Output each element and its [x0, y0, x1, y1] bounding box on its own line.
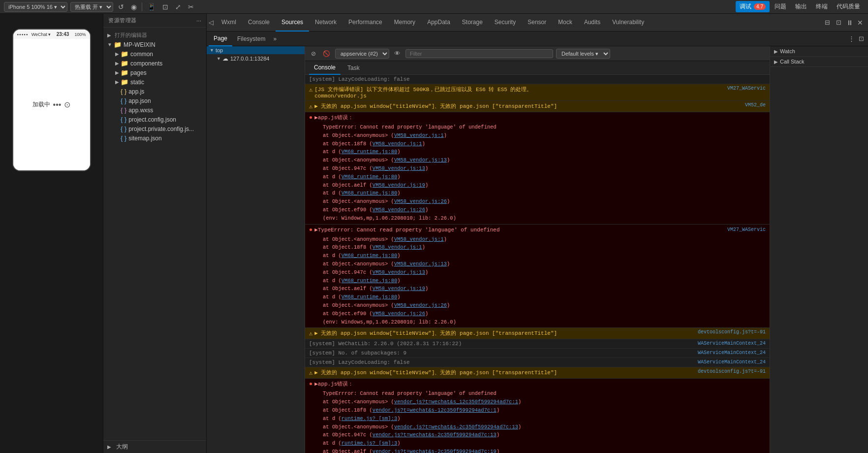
- tree-mpweixin[interactable]: ▼ 📁 MP-WEIXIN: [103, 40, 206, 49]
- log-entry-warning2: ⚠ ▶ 无效的 app.json window["titleNView"]、无效…: [305, 101, 770, 112]
- tree-appwxss[interactable]: ▶ { } app.wxss: [103, 105, 206, 115]
- log-source[interactable]: WAServiceMainContext_24: [694, 341, 766, 346]
- stack-link[interactable]: VM58_vendor.js:19: [372, 286, 425, 291]
- device-selector[interactable]: iPhone 5 100% 16 ▾: [4, 2, 67, 12]
- level-select[interactable]: Default levels ▾: [556, 49, 610, 59]
- tab-sources[interactable]: Sources: [276, 14, 309, 32]
- split-icon[interactable]: ⊡: [160, 2, 170, 12]
- stack-link[interactable]: VM68_runtime.js:80: [341, 190, 397, 196]
- log-source[interactable]: VM52_de: [741, 102, 766, 108]
- clear-console-btn[interactable]: ⊘: [309, 49, 318, 58]
- stack-link[interactable]: VM58_vendor.js:19: [372, 182, 425, 188]
- stack-link[interactable]: VM58_vendor.js:1: [372, 141, 422, 147]
- stack-link[interactable]: VM68_runtime.js:80: [341, 174, 397, 180]
- stack-link[interactable]: VM58_vendor.js:1: [372, 244, 422, 250]
- sources-tree-127[interactable]: ▼ ☁ 127.0.0.1:13284: [207, 54, 305, 63]
- tab-console[interactable]: Console: [242, 14, 276, 32]
- stack-link[interactable]: VM58_vendor.js:26: [372, 311, 425, 317]
- console-tab-console[interactable]: Console: [309, 61, 341, 75]
- log-source[interactable]: WAServiceMainContext_24: [694, 359, 766, 365]
- tree-common[interactable]: ▶ 📁 common: [103, 49, 206, 59]
- tree-components[interactable]: ▶ 📁 components: [103, 59, 206, 68]
- stack-link[interactable]: vendor.js?t=wechat&s-12c350f599294ad7c:1: [372, 407, 496, 413]
- stack-link[interactable]: runtime.js? [sm]:3: [341, 440, 397, 446]
- tab-appdata[interactable]: AppData: [421, 14, 456, 32]
- log-source[interactable]: devtoolsconfig.js?t=-91: [694, 329, 766, 335]
- tab-performance[interactable]: Performance: [342, 14, 388, 32]
- stack-link[interactable]: VM58_vendor.js:13: [394, 261, 447, 267]
- expand-icon[interactable]: ⊡: [834, 18, 843, 27]
- stack-link[interactable]: VM58_vendor.js:26: [394, 198, 447, 204]
- tab-terminal[interactable]: 终端: [812, 1, 832, 12]
- log-source[interactable]: WAServiceMainContext_24: [694, 350, 766, 356]
- back-icon[interactable]: ◁: [207, 18, 216, 27]
- filter-input[interactable]: [405, 49, 553, 58]
- console-tab-task[interactable]: Task: [342, 61, 365, 75]
- tab-security[interactable]: Security: [489, 14, 522, 32]
- preserve-log-btn[interactable]: 🚫: [321, 49, 332, 58]
- step-btn[interactable]: ✕: [856, 18, 864, 28]
- tab-wxml[interactable]: Wxml: [216, 14, 242, 32]
- sources-expand-icon[interactable]: ⊡: [857, 34, 866, 43]
- tree-sitemap[interactable]: ▶ { } sitemap.json: [103, 133, 206, 143]
- dock-icon[interactable]: ⊟: [823, 18, 832, 27]
- stack-link[interactable]: VM58_vendor.js:13: [394, 157, 447, 163]
- tab-code-quality[interactable]: 代码质量: [833, 1, 864, 12]
- home-btn[interactable]: ⊙: [64, 100, 70, 109]
- watch-header[interactable]: ▶ Watch: [770, 46, 868, 56]
- stack-link[interactable]: vendor.js?t=wechat&s-2c350f599294ad7c:13: [372, 432, 496, 438]
- sources-tree-top[interactable]: ▼ top: [207, 46, 305, 54]
- stack-link[interactable]: VM68_runtime.js:80: [341, 149, 397, 155]
- tab-memory[interactable]: Memory: [388, 14, 421, 32]
- tab-output[interactable]: 输出: [791, 1, 811, 12]
- tab-sensor[interactable]: Sensor: [522, 14, 552, 32]
- context-select[interactable]: appservice (#2): [335, 49, 389, 59]
- tab-storage[interactable]: Storage: [456, 14, 489, 32]
- log-source[interactable]: VM27_WAServic: [723, 227, 766, 232]
- tab-vulnerability[interactable]: Vulnerability: [606, 14, 650, 32]
- eye-icon[interactable]: 👁: [392, 49, 403, 58]
- log-source[interactable]: devtoolsconfig.js?t=-91: [694, 369, 766, 374]
- tab-issue[interactable]: 问题: [771, 1, 790, 12]
- tree-pages[interactable]: ▶ 📁 pages: [103, 68, 206, 77]
- crop-icon[interactable]: ✂: [186, 2, 196, 12]
- log-source[interactable]: VM27_WAServic: [723, 86, 766, 91]
- section-open-editor[interactable]: ▶ 打开的编辑器: [103, 30, 206, 40]
- stop-icon[interactable]: ◉: [129, 2, 139, 12]
- stack-link[interactable]: VM58_vendor.js:13: [372, 269, 425, 275]
- stack-link[interactable]: VM58_vendor.js:26: [394, 302, 447, 308]
- tree-static[interactable]: ▶ 📁 static: [103, 77, 206, 87]
- tab-debug[interactable]: 调试 4.7: [736, 1, 770, 12]
- stack-link[interactable]: VM58_vendor.js:1: [394, 132, 444, 138]
- sources-action-icon[interactable]: ⋮: [846, 34, 857, 43]
- stack-link[interactable]: VM68_runtime.js:80: [341, 278, 397, 284]
- pause-btn[interactable]: ⏸: [845, 18, 854, 28]
- refresh-icon[interactable]: ↺: [116, 2, 126, 12]
- tab-network[interactable]: Network: [309, 14, 342, 32]
- tree-projectconfig[interactable]: ▶ { } project.config.json: [103, 115, 206, 124]
- tree-appjson[interactable]: ▶ { } app.json: [103, 96, 206, 105]
- tree-projectprivate[interactable]: ▶ { } project.private.config.js...: [103, 124, 206, 133]
- stack-link[interactable]: vendor.js?t=wechat&s-2c350f599294ad7c:13: [394, 424, 518, 430]
- sources-tab-page[interactable]: Page: [209, 32, 232, 46]
- stack-link[interactable]: runtime.js? [sm]:3: [341, 416, 397, 421]
- tab-mock[interactable]: Mock: [552, 14, 578, 32]
- outline-section[interactable]: ▶ 大纲: [103, 440, 206, 453]
- stack-link[interactable]: VM68_runtime.js:80: [341, 294, 397, 300]
- callstack-header[interactable]: ▶ Call Stack: [770, 57, 868, 66]
- stack-link[interactable]: VM58_vendor.js:1: [394, 236, 444, 242]
- fullscreen-icon[interactable]: ⤢: [173, 2, 183, 12]
- stack-link[interactable]: vendor_js?t=wechat&s_12c350f599294ad7c:1: [394, 399, 518, 405]
- stack-link[interactable]: VM58_vendor.js:13: [372, 165, 425, 171]
- tree-appjs[interactable]: ▶ { } app.js: [103, 87, 206, 96]
- stack-link[interactable]: vendor.js?t=wechat&s-2c350f599294ad7c:19: [372, 449, 496, 453]
- mobile-icon[interactable]: 📱: [145, 2, 157, 12]
- sources-tab-filesystem[interactable]: Filesystem: [232, 32, 270, 46]
- stack-link[interactable]: VM68_runtime.js:80: [341, 253, 397, 259]
- stack-link[interactable]: VM58_vendor.js:26: [372, 207, 425, 213]
- phone-time: 23:43: [57, 32, 69, 37]
- tab-audits[interactable]: Audits: [578, 14, 606, 32]
- sources-more[interactable]: »: [270, 35, 279, 42]
- file-panel-more[interactable]: ···: [196, 17, 201, 24]
- hot-reload-selector[interactable]: 热重载 开 ▾: [70, 2, 113, 12]
